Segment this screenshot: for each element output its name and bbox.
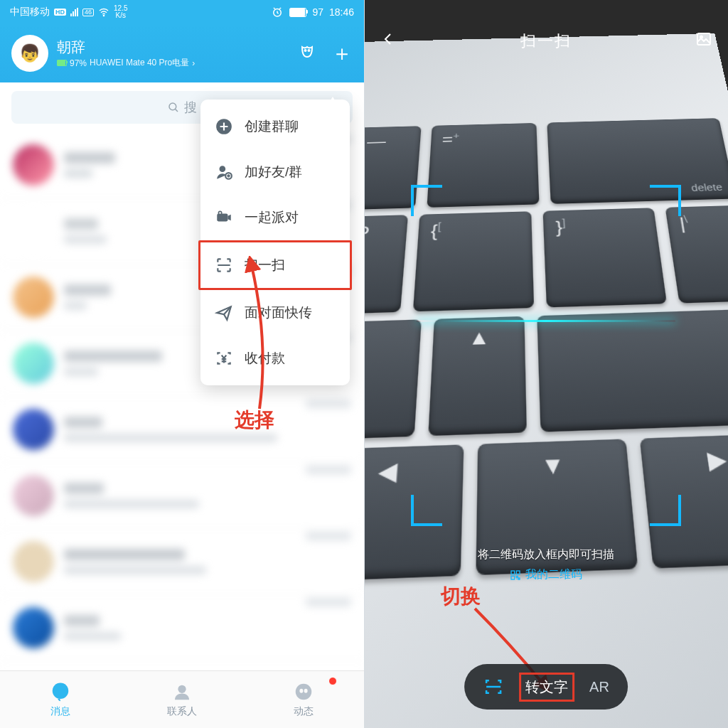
plus-menu: 创建群聊 加好友/群 一起派对 扫一扫 面对面快传 收付款: [200, 100, 350, 385]
tab-discover[interactable]: 动态: [242, 671, 364, 728]
clock-label: 18:46: [329, 6, 354, 18]
alarm-icon: [271, 6, 284, 18]
paper-plane-icon: [215, 304, 233, 322]
svg-point-3: [309, 50, 310, 51]
back-button[interactable]: [380, 31, 397, 52]
tab-label: 动态: [294, 705, 314, 718]
lucky-icon[interactable]: [299, 43, 316, 63]
svg-rect-20: [516, 571, 520, 574]
discover-icon: [293, 681, 314, 702]
menu-label: 面对面快传: [245, 304, 312, 322]
mode-scan[interactable]: [483, 676, 504, 697]
profile-name[interactable]: 朝辞: [57, 38, 195, 57]
bottom-nav: 消息 联系人 动态: [0, 670, 364, 728]
scan-topbar: 扫一扫: [364, 21, 728, 61]
party-icon: [215, 208, 233, 227]
net-speed: 12.5 K/s: [114, 5, 127, 19]
search-icon: [167, 101, 180, 114]
svg-rect-19: [511, 571, 515, 574]
battery-pct-label: 97: [312, 6, 323, 18]
svg-point-0: [103, 15, 104, 16]
menu-create-group[interactable]: 创建群聊: [200, 104, 350, 149]
plus-button[interactable]: ＋: [331, 43, 353, 64]
mode-ar[interactable]: AR: [589, 679, 609, 695]
scan-hint: 将二维码放入框内即可扫描: [364, 547, 728, 562]
menu-label: 创建群聊: [245, 117, 299, 136]
pay-icon: [215, 349, 233, 368]
menu-label: 收付款: [245, 349, 285, 368]
menu-scan[interactable]: 扫一扫: [198, 240, 352, 290]
qr-icon: [510, 569, 521, 581]
badge-dot: [328, 677, 337, 685]
svg-point-4: [169, 103, 176, 110]
chat-row[interactable]: [0, 529, 364, 595]
tab-label: 消息: [50, 705, 70, 718]
chat-row[interactable]: [0, 397, 364, 463]
scan-icon: [215, 256, 233, 274]
signal-icon: [70, 8, 78, 16]
svg-point-15: [299, 689, 303, 693]
svg-rect-21: [511, 576, 515, 579]
battery-icon: [289, 8, 306, 17]
svg-point-16: [304, 689, 307, 693]
menu-party[interactable]: 一起派对: [200, 195, 350, 240]
wifi-icon: [98, 6, 109, 18]
scan-screen: — =+ delete P {[ }] |\ ?/ ▲ shift ◀ ▼ ▶: [364, 0, 728, 728]
chat-row[interactable]: [0, 595, 364, 661]
image-icon: [695, 31, 712, 48]
tab-messages[interactable]: 消息: [0, 671, 122, 728]
statusbar: 中国移动 HD 46 12.5 K/s 97 18:46: [0, 0, 364, 24]
svg-point-18: [700, 36, 702, 38]
tab-label: 联系人: [167, 705, 197, 718]
scan-line: [417, 320, 675, 322]
menu-face-transfer[interactable]: 面对面快传: [200, 290, 350, 336]
scan-viewfinder: [411, 185, 681, 526]
contacts-icon: [171, 681, 193, 702]
scan-mode-switch: 转文字 AR: [464, 664, 628, 710]
messages-icon: [50, 681, 71, 702]
carrier-label: 中国移动: [10, 6, 50, 18]
mode-text[interactable]: 转文字: [519, 673, 574, 702]
svg-point-10: [53, 683, 69, 700]
svg-rect-8: [217, 214, 228, 222]
device-battery-line[interactable]: 97% HUAWEI Mate 40 Pro电量 ›: [57, 57, 195, 69]
scan-icon: [483, 676, 504, 697]
svg-point-13: [178, 685, 186, 693]
plus-circle-icon: [215, 117, 233, 136]
lte-badge: 46: [82, 9, 94, 16]
svg-point-2: [305, 50, 306, 51]
chat-row[interactable]: [0, 463, 364, 529]
my-qr-button[interactable]: 我的二维码: [364, 567, 728, 582]
annotation-select: 选择: [235, 407, 274, 434]
app-header: 朝辞 97% HUAWEI Mate 40 Pro电量 › ＋: [0, 24, 364, 82]
annotation-switch: 切换: [441, 583, 481, 610]
pane-divider: [364, 0, 365, 728]
svg-point-9: [218, 211, 221, 214]
menu-label: 加好友/群: [245, 163, 302, 181]
svg-point-6: [220, 166, 226, 172]
search-placeholder: 搜: [184, 99, 197, 116]
svg-point-14: [295, 684, 311, 700]
menu-add-friend[interactable]: 加好友/群: [200, 149, 350, 195]
messages-screen: 中国移动 HD 46 12.5 K/s 97 18:46 朝辞: [0, 0, 364, 728]
profile-avatar[interactable]: [11, 35, 48, 72]
svg-point-11: [57, 689, 60, 692]
menu-label: 扫一扫: [245, 256, 285, 274]
menu-payment[interactable]: 收付款: [200, 336, 350, 381]
gallery-button[interactable]: [695, 31, 712, 52]
menu-label: 一起派对: [245, 208, 299, 227]
svg-point-12: [62, 689, 65, 692]
hd-badge: HD: [54, 9, 66, 16]
chevron-left-icon: [380, 31, 397, 48]
add-friend-icon: [215, 163, 233, 181]
tab-contacts[interactable]: 联系人: [122, 671, 243, 728]
scan-title: 扫一扫: [397, 31, 695, 52]
